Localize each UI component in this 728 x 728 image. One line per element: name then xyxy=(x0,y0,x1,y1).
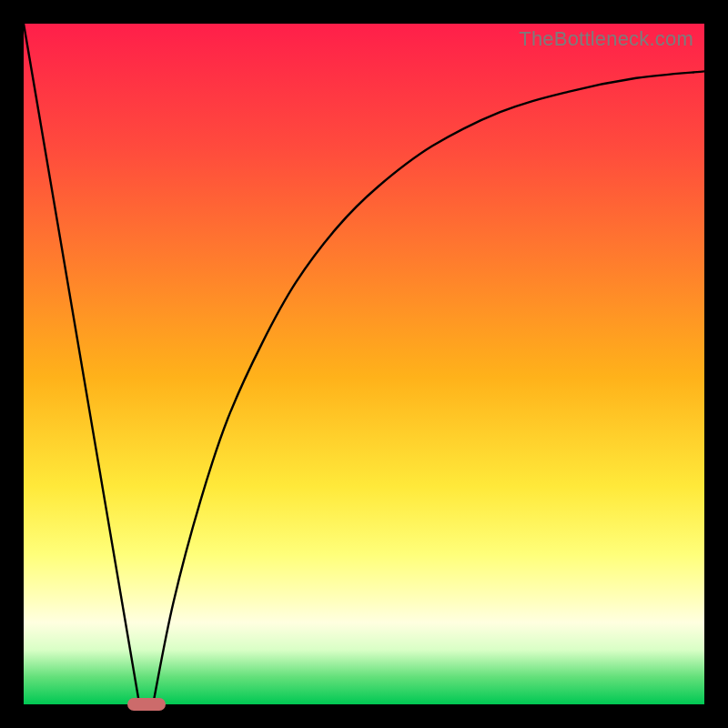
chart-plot-area: TheBottleneck.com xyxy=(24,24,704,704)
chart-frame: TheBottleneck.com xyxy=(0,0,728,728)
chart-curves xyxy=(24,24,704,704)
left-line-path xyxy=(24,24,139,704)
right-curve-path xyxy=(153,71,704,704)
bottleneck-marker xyxy=(127,698,166,711)
